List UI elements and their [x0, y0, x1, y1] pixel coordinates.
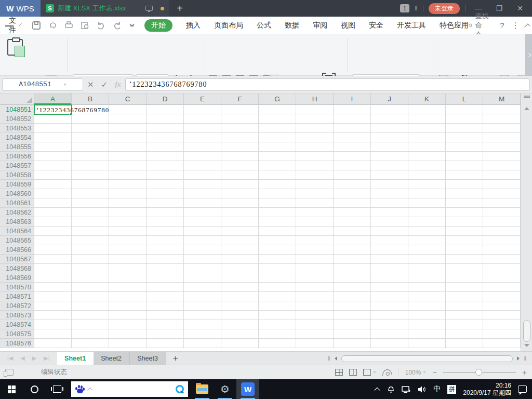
- cell[interactable]: [147, 198, 184, 208]
- cell[interactable]: [109, 339, 147, 348]
- cell[interactable]: [221, 311, 259, 320]
- cell[interactable]: [109, 208, 147, 217]
- cell[interactable]: [296, 329, 334, 339]
- cell[interactable]: [34, 227, 72, 236]
- cell[interactable]: [446, 208, 483, 217]
- cell[interactable]: [34, 170, 72, 180]
- cell[interactable]: [184, 161, 221, 170]
- row-header[interactable]: 1048574: [0, 320, 34, 329]
- cell[interactable]: [184, 329, 221, 339]
- network-icon[interactable]: [402, 385, 411, 393]
- wps-logo[interactable]: W WPS: [0, 0, 41, 17]
- cell[interactable]: [259, 105, 296, 114]
- cell[interactable]: [296, 255, 334, 264]
- cell[interactable]: [72, 283, 109, 292]
- cell[interactable]: [371, 283, 408, 292]
- cell[interactable]: [184, 311, 221, 320]
- cell[interactable]: [221, 161, 259, 170]
- cell[interactable]: [334, 133, 371, 142]
- cell[interactable]: [408, 283, 446, 292]
- cell[interactable]: [259, 189, 296, 198]
- cell[interactable]: [408, 320, 446, 329]
- vertical-scrollbar[interactable]: [521, 94, 532, 351]
- chevron-down-icon[interactable]: [19, 23, 22, 26]
- cell[interactable]: [408, 180, 446, 189]
- cell[interactable]: [334, 208, 371, 217]
- row-header[interactable]: 1048566: [0, 245, 34, 255]
- cell[interactable]: [334, 227, 371, 236]
- formula-input[interactable]: ’122323436768769780: [125, 78, 530, 91]
- cell[interactable]: [408, 227, 446, 236]
- cell[interactable]: [296, 236, 334, 245]
- cell[interactable]: [147, 236, 184, 245]
- cell[interactable]: [483, 236, 521, 245]
- redo-icon[interactable]: [113, 21, 122, 30]
- horizontal-scroll-thumb[interactable]: [341, 355, 513, 362]
- cell[interactable]: [408, 198, 446, 208]
- cell[interactable]: [221, 283, 259, 292]
- cell[interactable]: [109, 142, 147, 152]
- cell[interactable]: [371, 329, 408, 339]
- cell[interactable]: [334, 311, 371, 320]
- cell[interactable]: [371, 255, 408, 264]
- cell[interactable]: [371, 189, 408, 198]
- menu-tab-1[interactable]: 插入: [186, 21, 201, 30]
- cell[interactable]: [483, 217, 521, 227]
- quickbar-more-icon[interactable]: [129, 23, 135, 28]
- cell[interactable]: [147, 292, 184, 301]
- cell[interactable]: [334, 236, 371, 245]
- cell[interactable]: [296, 264, 334, 273]
- cell[interactable]: [259, 133, 296, 142]
- cell[interactable]: [147, 180, 184, 189]
- cell[interactable]: [259, 217, 296, 227]
- menu-tab-8[interactable]: 开发工具: [397, 21, 426, 30]
- cell[interactable]: [72, 236, 109, 245]
- row-header[interactable]: 1048559: [0, 180, 34, 189]
- cell[interactable]: [296, 273, 334, 283]
- cell[interactable]: [259, 311, 296, 320]
- cell[interactable]: [296, 198, 334, 208]
- bell-icon[interactable]: [387, 385, 395, 393]
- cell[interactable]: [408, 292, 446, 301]
- cell[interactable]: [109, 227, 147, 236]
- cell[interactable]: [483, 273, 521, 283]
- cell[interactable]: [72, 161, 109, 170]
- cell[interactable]: [483, 227, 521, 236]
- cell[interactable]: [221, 133, 259, 142]
- cell[interactable]: [34, 124, 72, 133]
- cell[interactable]: [408, 339, 446, 348]
- row-header[interactable]: 1048560: [0, 189, 34, 198]
- row-header[interactable]: 1048564: [0, 227, 34, 236]
- insert-function-button[interactable]: fx: [115, 81, 121, 89]
- cell[interactable]: [109, 273, 147, 283]
- cell[interactable]: [334, 245, 371, 255]
- cell[interactable]: [184, 189, 221, 198]
- cell[interactable]: [296, 114, 334, 124]
- export-icon[interactable]: [48, 21, 57, 30]
- cell[interactable]: [446, 264, 483, 273]
- menu-tab-7[interactable]: 安全: [369, 21, 383, 30]
- ime-language-indicator[interactable]: 中: [433, 384, 441, 394]
- cell[interactable]: [483, 320, 521, 329]
- cell[interactable]: [72, 329, 109, 339]
- cell[interactable]: [109, 152, 147, 161]
- cell[interactable]: [109, 189, 147, 198]
- split-handle[interactable]: [524, 96, 530, 98]
- cell[interactable]: [408, 264, 446, 273]
- column-header-G[interactable]: G: [259, 94, 296, 105]
- cell[interactable]: [34, 301, 72, 311]
- cell[interactable]: [296, 320, 334, 329]
- cell[interactable]: [34, 339, 72, 348]
- cell[interactable]: [259, 273, 296, 283]
- cell[interactable]: [371, 236, 408, 245]
- cell[interactable]: [483, 245, 521, 255]
- cell[interactable]: [147, 189, 184, 198]
- row-header[interactable]: 1048563: [0, 217, 34, 227]
- cell[interactable]: [371, 208, 408, 217]
- cell[interactable]: [483, 105, 521, 114]
- row-header[interactable]: 1048568: [0, 264, 34, 273]
- cell[interactable]: [296, 311, 334, 320]
- cell[interactable]: [147, 142, 184, 152]
- cell[interactable]: [109, 170, 147, 180]
- cell[interactable]: [483, 133, 521, 142]
